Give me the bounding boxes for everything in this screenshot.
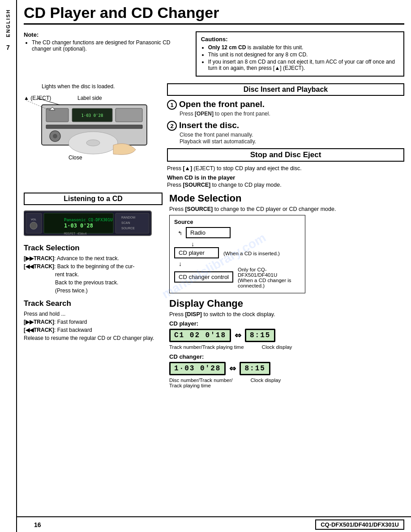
mode-bold: [SOURCE]	[185, 206, 213, 212]
display-change: Display Change Press [DISP] to switch to…	[169, 298, 404, 388]
main-content: CD Player and CD Changer Note: The CD ch…	[17, 0, 411, 532]
svg-point-7	[53, 134, 57, 138]
caution-bold-1: Only 12 cm CD	[208, 44, 246, 51]
step-1-bold: [OPEN]	[195, 111, 214, 117]
device-svg: 1·03 0'28	[24, 91, 158, 161]
device-illustration: 1·03 0'28	[24, 91, 158, 161]
note-box: Note: The CD changer functions are desig…	[24, 31, 189, 77]
step-2-desc1: Close the front panel manually.	[180, 132, 404, 138]
page-footer: 16 CQ-DFX501/DF401/DFX301U	[17, 516, 411, 532]
cd-player-caption: Track number/Track playing time Clock di…	[169, 344, 404, 350]
track-bwd-label: [◀◀TRACK]	[24, 263, 54, 270]
cd-changer-caption2: Clock display	[250, 378, 281, 388]
lights-label: Lights when the disc is loaded.	[42, 83, 163, 90]
cd-player-lcd1: C1 02 0'18	[169, 329, 231, 342]
middle-section: Lights when the disc is loaded. 1·03 0'2…	[24, 83, 404, 188]
caution-item-3: If you insert an 8 cm CD and can not eje…	[208, 59, 399, 71]
bottom-section: Listening to a CD VOL Panasonic CQ-DFX30…	[24, 193, 404, 388]
step-2: 2 Insert the disc. Close the front panel…	[167, 120, 404, 145]
cd-changer-lcd1: 1·03 0'28	[169, 362, 226, 375]
step-2-desc2: Playback will start automatically.	[180, 138, 404, 145]
svg-text:1·03 0'28: 1·03 0'28	[81, 113, 103, 118]
cd-player-caption1: Track number/Track playing time	[169, 344, 244, 350]
bottom-right: Mode Selection Press [SOURCE] to change …	[169, 193, 404, 388]
step-2-title: Insert the disc.	[179, 120, 239, 130]
source-cd-note: (When a CD is inserted.)	[223, 251, 280, 256]
svg-text:RANDOM: RANDOM	[121, 216, 135, 219]
mode-desc: Press [SOURCE] to change to the CD playe…	[169, 206, 404, 212]
sidebar: ENGLISH 7	[0, 0, 17, 532]
eject-label: ▲ (EJECT)	[24, 95, 51, 101]
track-search-fwd: [▶▶TRACK]	[24, 319, 54, 325]
step-1-circle: 1	[167, 100, 177, 110]
step-1-desc: Press [OPEN] to open the front panel.	[180, 111, 404, 117]
cd-player-label: CD player:	[169, 320, 404, 327]
source-radio: Radio	[186, 227, 231, 238]
source-flow: Source ↰ Radio ↓ CD player (When a CD is…	[169, 215, 305, 293]
bottom-left: Listening to a CD VOL Panasonic CQ-DFX30…	[24, 193, 163, 388]
track-selection-title: Track Selection	[24, 244, 163, 253]
stop-eject-desc: Press [▲] (EJECT) to stop CD play and ej…	[167, 165, 404, 172]
svg-rect-5	[46, 125, 142, 129]
sidebar-section: 7	[6, 44, 10, 51]
step-1-header: 1 Open the front panel.	[167, 99, 404, 110]
page-wrapper: ENGLISH 7 CD Player and CD Changer Note:…	[0, 0, 411, 532]
svg-text:SCAN: SCAN	[121, 221, 130, 224]
step-1-title: Open the front panel.	[179, 99, 265, 109]
radio-illustration: VOL Panasonic CQ-DFX301U 1·03 0'28 RANDO…	[24, 209, 163, 239]
cd-player-caption2: Clock display	[262, 344, 292, 350]
svg-text:1·03  0'28: 1·03 0'28	[64, 223, 93, 229]
device-area: Lights when the disc is loaded. 1·03 0'2…	[24, 83, 163, 161]
stop-eject-header: Stop and Disc Eject	[167, 148, 404, 162]
left-panel: Lights when the disc is loaded. 1·03 0'2…	[24, 83, 163, 188]
cd-changer-lcd2: 8:15	[240, 362, 270, 375]
track-search-items: Press and hold ... [▶▶TRACK]: Fast forwa…	[24, 310, 163, 342]
source-cd-changer: CD changer control	[174, 271, 233, 283]
mode-section: Mode Selection Press [SOURCE] to change …	[169, 193, 404, 293]
down-arrow-1: ↓	[191, 241, 300, 247]
source-cd-row: CD player (When a CD is inserted.)	[174, 247, 300, 260]
svg-rect-4	[116, 108, 142, 122]
close-label: Close	[68, 154, 82, 161]
cd-changer-caption1: Disc number/Track number/Track playing t…	[169, 378, 232, 388]
track-fwd-label: [▶▶TRACK]	[24, 255, 54, 262]
page-title: CD Player and CD Changer	[24, 4, 404, 25]
arrow-right-2: ⇔	[229, 364, 236, 373]
cd-changer-display-row: 1·03 0'28 ⇔ 8:15	[169, 362, 404, 375]
display-desc: Press [DISP] to switch to the clock disp…	[169, 311, 404, 317]
cd-changer-caption: Disc number/Track number/Track playing t…	[169, 378, 404, 388]
caution-title: Cautions:	[201, 36, 399, 43]
source-bold: [SOURCE]	[183, 182, 210, 188]
svg-text:VOL: VOL	[31, 218, 37, 221]
track-search-bwd: [◀◀TRACK]	[24, 327, 54, 333]
source-arrow-top: ↰	[178, 230, 182, 236]
top-section: Note: The CD changer functions are desig…	[24, 31, 404, 77]
eject-bold: [▲]	[183, 165, 192, 172]
when-cd-desc: Press [SOURCE] to change to CD play mode…	[167, 182, 404, 188]
step-2-circle: 2	[167, 121, 177, 131]
down-arrow-2: ↓	[179, 261, 300, 267]
note-title: Note:	[24, 31, 189, 38]
caution-box: Cautions: Only 12 cm CD is available for…	[196, 31, 404, 77]
svg-text:Panasonic CQ-DFX301U: Panasonic CQ-DFX301U	[64, 218, 112, 222]
arrow-right-1: ⇔	[235, 330, 241, 340]
step-1: 1 Open the front panel. Press [OPEN] to …	[167, 99, 404, 117]
svg-point-9	[86, 140, 100, 146]
track-selection-items: [▶▶TRACK]: Advance to the next track. [◀…	[24, 254, 163, 295]
source-cd-player: CD player	[174, 247, 219, 258]
source-changer-note: Only for CQ-DFX501/DF401U(When a CD chan…	[238, 267, 300, 288]
right-panel: Disc Insert and Playback 1 Open the fron…	[167, 83, 404, 188]
cd-player-lcd2: 8:15	[245, 329, 275, 342]
source-radio-row: ↰ Radio	[174, 227, 300, 240]
step-2-header: 2 Insert the disc.	[167, 120, 404, 131]
cd-changer-label: CD changer:	[169, 353, 404, 360]
track-selection: Track Selection [▶▶TRACK]: Advance to th…	[24, 244, 163, 295]
source-changer-row: CD changer control Only for CQ-DFX501/DF…	[174, 267, 300, 288]
label-side: Label side	[77, 95, 102, 101]
radio-svg: VOL Panasonic CQ-DFX301U 1·03 0'28 RANDO…	[24, 209, 154, 238]
sidebar-language: ENGLISH	[5, 9, 11, 37]
track-search: Track Search Press and hold ... [▶▶TRACK…	[24, 299, 163, 342]
page-number: 16	[34, 521, 41, 528]
svg-text:SOURCE: SOURCE	[121, 227, 135, 230]
caution-item-2: This unit is not designed for any 8 cm C…	[208, 51, 399, 58]
